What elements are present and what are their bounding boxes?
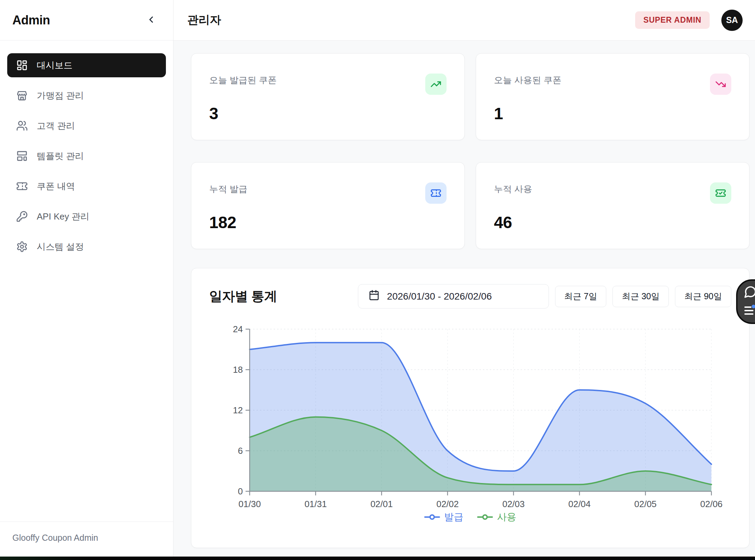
stat-value: 46: [494, 213, 731, 232]
stat-label: 오늘 발급된 쿠폰: [209, 74, 447, 86]
legend-marker-icon: [477, 513, 493, 521]
stat-label: 오늘 사용된 쿠폰: [494, 74, 731, 86]
ticket-icon: [16, 180, 28, 192]
avatar[interactable]: SA: [721, 10, 743, 31]
daily-stats-card: 일자별 통계 2026/01/30 - 2026/02/06 최근 7일 최근 …: [191, 268, 750, 548]
calendar-icon: [369, 290, 380, 303]
chat-bubble-icon[interactable]: [743, 285, 755, 300]
role-badge: SUPER ADMIN: [635, 11, 710, 29]
dashboard-icon: [16, 59, 28, 71]
legend-label: 사용: [497, 511, 516, 524]
topbar-right: SUPER ADMIN SA: [635, 10, 743, 31]
legend-marker-icon: [424, 513, 440, 521]
chart-controls: 2026/01/30 - 2026/02/06 최근 7일 최근 30일 최근 …: [358, 284, 731, 309]
legend-label: 발급: [444, 511, 463, 524]
svg-text:02/02: 02/02: [436, 499, 459, 509]
svg-text:02/06: 02/06: [700, 499, 723, 509]
users-icon: [16, 120, 28, 132]
range-button-7d[interactable]: 최근 7일: [555, 286, 607, 307]
sidebar-item-label: 쿠폰 내역: [37, 180, 75, 192]
sidebar-header: Admin: [0, 0, 173, 41]
menu-notification-icon[interactable]: [743, 304, 755, 318]
svg-text:02/05: 02/05: [634, 499, 657, 509]
content: 오늘 발급된 쿠폰3오늘 사용된 쿠폰1누적 발급182누적 사용46 일자별 …: [173, 41, 755, 557]
svg-text:02/04: 02/04: [568, 499, 591, 509]
stat-card-today-used: 오늘 사용된 쿠폰1: [476, 53, 750, 140]
stat-card-today-issued: 오늘 발급된 쿠폰3: [191, 53, 465, 140]
settings-icon: [16, 241, 28, 253]
legend-item-issued[interactable]: 발급: [424, 511, 463, 524]
sidebar-nav: 대시보드가맹점 관리고객 관리템플릿 관리쿠폰 내역API Key 관리시스템 …: [0, 41, 173, 522]
chart-canvas: 0612182401/3001/3102/0102/0202/0302/0402…: [209, 317, 731, 509]
date-range-picker[interactable]: 2026/01/30 - 2026/02/06: [358, 284, 549, 309]
trending-down-icon: [710, 74, 731, 95]
sidebar-item-stores[interactable]: 가맹점 관리: [7, 83, 166, 108]
svg-text:12: 12: [233, 405, 243, 415]
template-icon: [16, 150, 28, 162]
sidebar-item-templates[interactable]: 템플릿 관리: [7, 144, 166, 168]
floating-widget: [736, 279, 755, 324]
svg-text:02/01: 02/01: [370, 499, 393, 509]
store-icon: [16, 90, 28, 101]
sidebar-item-label: 템플릿 관리: [37, 150, 84, 162]
svg-text:01/30: 01/30: [238, 499, 261, 509]
sidebar-item-label: API Key 관리: [37, 211, 89, 223]
stat-card-total-used: 누적 사용46: [476, 162, 750, 249]
sidebar-item-label: 가맹점 관리: [37, 90, 84, 102]
sidebar-item-dashboard[interactable]: 대시보드: [7, 53, 166, 77]
app-title: Admin: [12, 13, 50, 27]
sidebar: Admin 대시보드가맹점 관리고객 관리템플릿 관리쿠폰 내역API Key …: [0, 0, 173, 557]
bottom-strip: [0, 557, 755, 560]
stat-value: 1: [494, 104, 731, 123]
legend-item-used[interactable]: 사용: [477, 511, 516, 524]
sidebar-item-label: 시스템 설정: [37, 241, 84, 253]
stat-value: 182: [209, 213, 447, 232]
svg-text:18: 18: [233, 365, 243, 375]
trending-up-icon: [425, 74, 447, 95]
sidebar-footer: Glooffy Coupon Admin: [0, 522, 173, 557]
stat-label: 누적 발급: [209, 183, 447, 195]
app-root: Admin 대시보드가맹점 관리고객 관리템플릿 관리쿠폰 내역API Key …: [0, 0, 755, 557]
stat-value: 3: [209, 104, 447, 123]
ticket-icon: [425, 182, 447, 204]
page-title: 관리자: [187, 12, 221, 28]
date-range-value: 2026/01/30 - 2026/02/06: [387, 291, 492, 302]
svg-text:6: 6: [238, 446, 243, 456]
stats-grid: 오늘 발급된 쿠폰3오늘 사용된 쿠폰1누적 발급182누적 사용46: [191, 53, 750, 249]
svg-text:01/31: 01/31: [304, 499, 327, 509]
sidebar-item-label: 고객 관리: [37, 120, 75, 132]
key-icon: [16, 211, 28, 222]
svg-text:0: 0: [238, 486, 243, 496]
chevron-left-icon: [146, 14, 156, 26]
chart-title: 일자별 통계: [209, 288, 277, 305]
range-button-90d[interactable]: 최근 90일: [675, 286, 731, 307]
sidebar-item-coupon-history[interactable]: 쿠폰 내역: [7, 174, 166, 198]
stat-label: 누적 사용: [494, 183, 731, 195]
topbar: 관리자 SUPER ADMIN SA: [173, 0, 755, 41]
main-area: 관리자 SUPER ADMIN SA 오늘 발급된 쿠폰3오늘 사용된 쿠폰1누…: [173, 0, 755, 557]
sidebar-item-system-settings[interactable]: 시스템 설정: [7, 235, 166, 259]
area-chart: 0612182401/3001/3102/0102/0202/0302/0402…: [209, 317, 731, 509]
chart-header: 일자별 통계 2026/01/30 - 2026/02/06 최근 7일 최근 …: [209, 284, 731, 309]
chart-legend: 발급사용: [209, 511, 731, 524]
sidebar-item-label: 대시보드: [37, 59, 72, 71]
sidebar-item-api-keys[interactable]: API Key 관리: [7, 204, 166, 228]
stat-card-total-issued: 누적 발급182: [191, 162, 465, 249]
sidebar-collapse-button[interactable]: [143, 12, 159, 29]
range-button-30d[interactable]: 최근 30일: [612, 286, 669, 307]
sidebar-item-customers[interactable]: 고객 관리: [7, 114, 166, 138]
svg-text:02/03: 02/03: [502, 499, 525, 509]
ticket-check-icon: [710, 182, 731, 204]
svg-text:24: 24: [233, 324, 243, 334]
